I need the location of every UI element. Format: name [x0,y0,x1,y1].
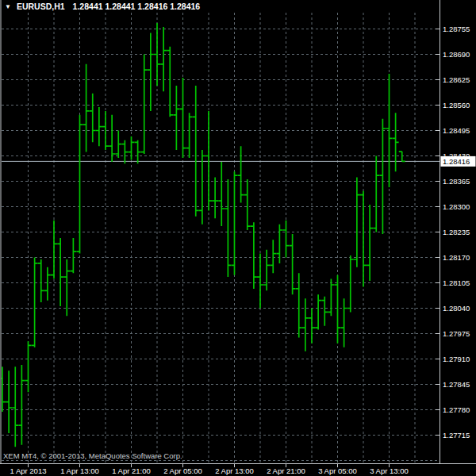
ohlc-bar [63,259,70,316]
ohlc-bar [270,240,276,273]
ohlc-bar [296,273,302,337]
ohlc-bar [399,152,405,161]
ohlc-bar [257,254,263,309]
terminal-watermark: XEM MT4, © 2001-2013, MetaQuotes Softwar… [3,451,182,460]
ohlc-bar [309,309,315,344]
ohlc-bar [115,131,121,159]
ohlc-bar [263,250,270,291]
ohlc-bar [225,179,231,277]
ohlc-bar [341,298,347,347]
ohlc-bar [129,136,135,160]
time-axis[interactable] [0,464,476,476]
ohlc-bar [367,205,373,281]
ohlc-bar [335,275,341,344]
ohlc-bar [38,259,44,302]
ohlc-bar [232,171,238,275]
ohlc-bar [393,113,399,171]
ohlc-bar [96,107,102,146]
ohlc-bar [6,370,12,433]
ohlc-bar [18,365,25,445]
ohlc-bar [141,55,148,155]
ohlc-bar [109,115,115,162]
ohlc-bar [218,162,225,226]
ohlc-bar [160,27,167,91]
ohlc-bar [148,33,154,110]
ohlc-bar [302,298,309,351]
ohlc-bar [360,191,367,287]
ohlc-bar [283,221,290,258]
price-axis[interactable] [440,0,476,463]
bars-layer [0,23,405,447]
ohlc-bar [57,238,63,306]
ohlc-bar [186,113,193,158]
ohlc-bar [328,279,334,317]
ohlc-bar [51,221,57,279]
ohlc-bar [135,140,141,164]
ohlc-bar [276,225,282,263]
ohlc-bar [354,178,360,267]
ohlc-bar [77,115,83,254]
ohlc-bar [167,47,173,117]
chart-window: 1.287551.286901.286251.285601.284951.284… [0,0,476,476]
chart-menu-arrow-icon[interactable]: ▼ [5,3,11,10]
ohlc-bar [386,74,393,187]
ohlc-bar [315,294,321,329]
ohlc-bar [244,179,251,230]
ohlc-bar [180,78,186,158]
ohlc-bar [70,238,76,273]
ohlc-bar [44,267,51,301]
ohlc-bar [238,146,244,202]
ohlc-bar [212,178,218,219]
ohlc-bar [121,140,128,164]
ohlc-bar [373,156,379,232]
ohlc-bar [173,86,179,150]
ohlc-bar [347,255,354,312]
ohlc-bar [290,234,296,294]
chart-ohlc-values: 1.28441 1.28441 1.28416 1.28416 [73,2,201,11]
chart-title: ▼ EURUSD,H1 1.28441 1.28441 1.28416 1.28… [5,2,200,11]
ohlc-bar [90,94,96,143]
ohlc-bar [379,119,386,234]
ohlc-bar [83,64,90,152]
chart-symbol-timeframe: EURUSD,H1 [17,2,65,11]
ohlc-bar [205,111,212,211]
price-chart-canvas[interactable]: 1.287551.286901.286251.285601.284951.284… [0,0,476,476]
ohlc-bar [321,297,328,326]
